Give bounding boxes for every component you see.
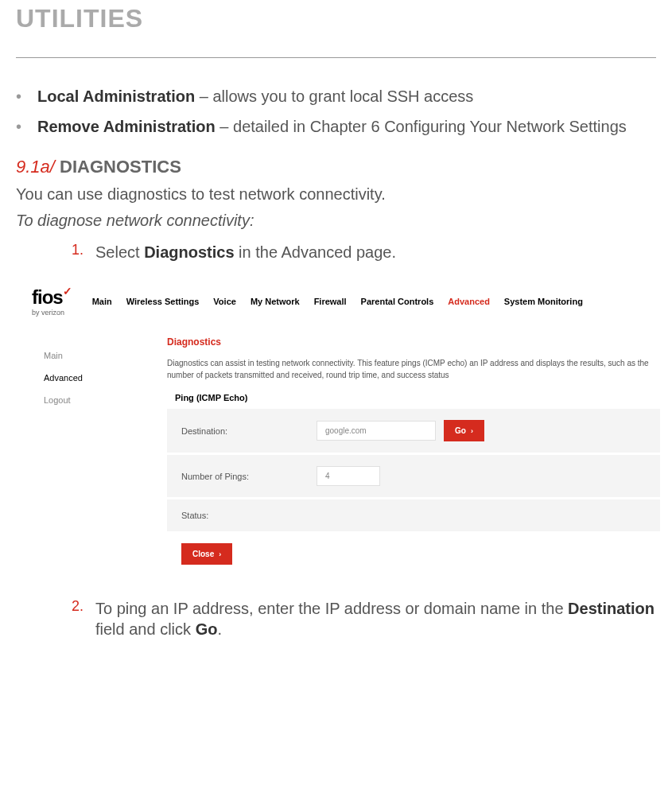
close-button[interactable]: Close ›: [181, 543, 232, 565]
chevron-right-icon: ›: [471, 427, 473, 435]
step-list: 1. Select Diagnostics in the Advanced pa…: [72, 242, 656, 262]
sidebar-item-main[interactable]: Main: [32, 344, 151, 367]
sidebar-item-logout[interactable]: Logout: [32, 389, 151, 411]
step-item: 1. Select Diagnostics in the Advanced pa…: [72, 242, 656, 262]
step-list-cont: 2. To ping an IP address, enter the IP a…: [72, 598, 656, 639]
step-text: Select Diagnostics in the Advanced page.: [95, 242, 396, 262]
logo: fios ✓ by verizon: [32, 286, 72, 317]
step-bold-b: Go: [196, 620, 218, 638]
title-divider: [16, 57, 656, 58]
bullet-rest: – detailed in Chapter 6 Configuring Your…: [216, 118, 627, 135]
close-button-label: Close: [192, 550, 214, 558]
logo-check-icon: ✓: [63, 285, 72, 297]
section-title: DIAGNOSTICS: [55, 157, 181, 177]
main-nav: Main Wireless Settings Voice My Network …: [92, 297, 583, 306]
app-header: fios ✓ by verizon Main Wireless Settings…: [32, 278, 660, 324]
panel-description: Diagnostics can assist in testing networ…: [167, 357, 660, 381]
logo-text: fios: [32, 286, 63, 309]
step-text-a: To ping an IP address, enter the IP addr…: [95, 600, 568, 617]
step-text-b: field and click: [95, 620, 196, 638]
section-number: 9.1a/: [16, 157, 55, 177]
bullet-marker: •: [16, 116, 21, 137]
step-number: 1.: [72, 242, 95, 262]
step-bold: Diagnostics: [144, 243, 234, 261]
bullet-item: • Local Administration – allows you to g…: [16, 86, 656, 107]
app-body: Main Advanced Logout Diagnostics Diagnos…: [32, 336, 660, 574]
nav-advanced[interactable]: Advanced: [448, 297, 490, 306]
subheading: To diagnose network connectivity:: [16, 212, 656, 230]
ping-label: Ping (ICMP Echo): [175, 393, 660, 402]
destination-input[interactable]: [317, 421, 436, 441]
app-screenshot: fios ✓ by verizon Main Wireless Settings…: [32, 278, 660, 574]
intro-text: You can use diagnostics to test network …: [16, 185, 656, 204]
go-button[interactable]: Go ›: [444, 420, 484, 441]
nav-voice[interactable]: Voice: [213, 297, 236, 306]
bullet-text: Remove Administration – detailed in Chap…: [37, 116, 627, 137]
nav-my-network[interactable]: My Network: [251, 297, 300, 306]
bullet-item: • Remove Administration – detailed in Ch…: [16, 116, 656, 137]
nav-parental-controls[interactable]: Parental Controls: [361, 297, 434, 306]
nav-system-monitoring[interactable]: System Monitoring: [504, 297, 583, 306]
bullet-marker: •: [16, 86, 21, 107]
bullet-rest: – allows you to grant local SSH access: [195, 87, 473, 105]
step-item: 2. To ping an IP address, enter the IP a…: [72, 598, 656, 639]
panel-title: Diagnostics: [167, 336, 660, 348]
logo-subtitle: by verizon: [32, 309, 72, 317]
step-text-c: .: [217, 620, 222, 638]
nav-main[interactable]: Main: [92, 297, 112, 306]
logo-main: fios ✓: [32, 286, 72, 309]
nav-wireless-settings[interactable]: Wireless Settings: [126, 297, 200, 306]
destination-row: Destination: Go ›: [167, 409, 660, 453]
step-post: in the Advanced page.: [235, 243, 397, 261]
sidebar: Main Advanced Logout: [32, 336, 151, 574]
bullet-bold: Remove Administration: [37, 118, 216, 135]
section-heading: 9.1a/ DIAGNOSTICS: [16, 157, 656, 177]
chevron-right-icon: ›: [219, 550, 221, 558]
bullet-bold: Local Administration: [37, 87, 195, 105]
destination-label: Destination:: [181, 426, 317, 436]
close-row: Close ›: [167, 534, 660, 574]
step-text: To ping an IP address, enter the IP addr…: [95, 598, 656, 639]
num-pings-row: Number of Pings:: [167, 455, 660, 497]
page-title: UTILITIES: [16, 4, 656, 33]
nav-firewall[interactable]: Firewall: [314, 297, 347, 306]
bullet-text: Local Administration – allows you to gra…: [37, 86, 473, 107]
go-button-label: Go: [455, 426, 466, 435]
num-pings-input[interactable]: [317, 466, 380, 486]
status-label: Status:: [181, 511, 317, 520]
sidebar-item-advanced[interactable]: Advanced: [32, 367, 151, 389]
bullet-list: • Local Administration – allows you to g…: [16, 86, 656, 137]
status-row: Status:: [167, 499, 660, 531]
step-number: 2.: [72, 598, 95, 639]
num-pings-label: Number of Pings:: [181, 472, 317, 481]
step-bold-a: Destination: [568, 600, 655, 617]
step-pre: Select: [95, 243, 144, 261]
main-panel: Diagnostics Diagnostics can assist in te…: [167, 336, 660, 574]
